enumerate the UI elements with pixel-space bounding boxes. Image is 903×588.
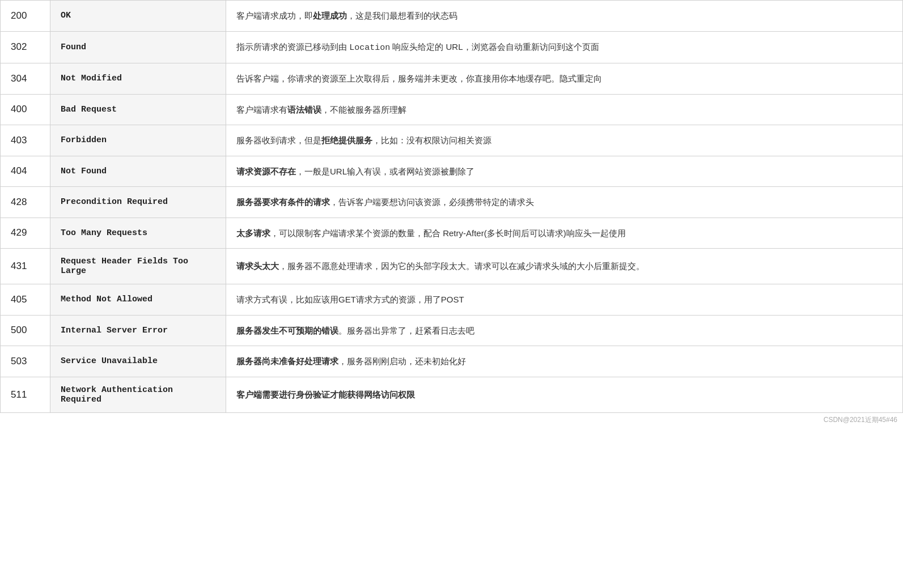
status-code: 431 bbox=[1, 249, 50, 284]
desc-bold: 服务器要求有条件的请求 bbox=[236, 197, 330, 207]
status-name: Not Modified bbox=[50, 63, 226, 95]
http-status-table-container: 200OK客户端请求成功，即处理成功，这是我们最想看到的状态码302Found指… bbox=[0, 0, 903, 588]
status-code: 302 bbox=[1, 31, 50, 63]
status-description: 客户端请求成功，即处理成功，这是我们最想看到的状态码 bbox=[226, 1, 903, 32]
desc-text: 请求方式有误，比如应该用GET请求方式的资源，用了POST bbox=[236, 295, 464, 304]
status-name: Network Authentication Required bbox=[50, 377, 226, 412]
status-code: 404 bbox=[1, 156, 50, 187]
status-code: 500 bbox=[1, 315, 50, 346]
desc-text: ，服务器刚刚启动，还未初始化好 bbox=[338, 356, 466, 366]
watermark: CSDN@2021近期45#46 bbox=[0, 413, 903, 427]
desc-bold: 处理成功 bbox=[313, 11, 347, 20]
status-name: Not Found bbox=[50, 156, 226, 187]
status-description: 请求方式有误，比如应该用GET请求方式的资源，用了POST bbox=[226, 284, 903, 316]
http-status-table: 200OK客户端请求成功，即处理成功，这是我们最想看到的状态码302Found指… bbox=[0, 0, 903, 413]
desc-text: ，可以限制客户端请求某个资源的数量，配合 Retry-After(多长时间后可以… bbox=[270, 228, 626, 238]
status-description: 请求资源不存在，一般是URL输入有误，或者网站资源被删除了 bbox=[226, 156, 903, 187]
desc-text: 。服务器出异常了，赶紧看日志去吧 bbox=[338, 326, 474, 335]
status-description: 客户端需要进行身份验证才能获得网络访问权限 bbox=[226, 377, 903, 412]
desc-bold: 客户端需要进行身份验证才能获得网络访问权限 bbox=[236, 390, 415, 399]
status-code: 304 bbox=[1, 63, 50, 95]
desc-text: ，这是我们最想看到的状态码 bbox=[347, 11, 457, 20]
desc-bold: 服务器发生不可预期的错误 bbox=[236, 326, 338, 335]
status-name: Request Header Fields Too Large bbox=[50, 249, 226, 284]
desc-bold: 请求头太大 bbox=[236, 261, 279, 271]
desc-text: 指示所请求的资源已移动到由 bbox=[236, 42, 349, 52]
desc-text: ，比如：没有权限访问相关资源 bbox=[372, 135, 491, 145]
status-code: 503 bbox=[1, 346, 50, 377]
desc-bold: 语法错误 bbox=[287, 105, 321, 114]
desc-bold: 服务器尚未准备好处理请求 bbox=[236, 356, 338, 366]
status-name: Forbidden bbox=[50, 125, 226, 156]
status-name: Bad Request bbox=[50, 94, 226, 125]
desc-bold: 请求资源不存在 bbox=[236, 167, 296, 176]
status-code: 400 bbox=[1, 94, 50, 125]
desc-text: 客户端请求成功，即 bbox=[236, 11, 313, 20]
desc-text: 服务器收到请求，但是 bbox=[236, 135, 321, 145]
status-name: Method Not Allowed bbox=[50, 284, 226, 316]
status-description: 服务器收到请求，但是拒绝提供服务，比如：没有权限访问相关资源 bbox=[226, 125, 903, 156]
status-code: 429 bbox=[1, 218, 50, 249]
desc-text: 客户端请求有 bbox=[236, 105, 287, 114]
status-name: Internal Server Error bbox=[50, 315, 226, 346]
desc-text: ，服务器不愿意处理请求，因为它的头部字段太大。请求可以在减少请求头域的大小后重新… bbox=[279, 261, 645, 271]
status-name: Too Many Requests bbox=[50, 218, 226, 249]
status-description: 服务器尚未准备好处理请求，服务器刚刚启动，还未初始化好 bbox=[226, 346, 903, 377]
desc-text: ，告诉客户端要想访问该资源，必须携带特定的请求头 bbox=[330, 197, 534, 207]
status-code: 200 bbox=[1, 1, 50, 32]
status-name: OK bbox=[50, 1, 226, 32]
status-description: 客户端请求有语法错误，不能被服务器所理解 bbox=[226, 94, 903, 125]
status-description: 告诉客户端，你请求的资源至上次取得后，服务端并未更改，你直接用你本地缓存吧。隐式… bbox=[226, 63, 903, 95]
desc-bold: 太多请求 bbox=[236, 228, 270, 238]
status-description: 请求头太大，服务器不愿意处理请求，因为它的头部字段太大。请求可以在减少请求头域的… bbox=[226, 249, 903, 284]
desc-text: ，一般是URL输入有误，或者网站资源被删除了 bbox=[296, 167, 474, 176]
desc-bold: 拒绝提供服务 bbox=[321, 135, 372, 145]
desc-text: ，不能被服务器所理解 bbox=[321, 105, 406, 114]
status-description: 服务器要求有条件的请求，告诉客户端要想访问该资源，必须携带特定的请求头 bbox=[226, 187, 903, 218]
status-name: Found bbox=[50, 31, 226, 63]
status-code: 511 bbox=[1, 377, 50, 412]
status-description: 服务器发生不可预期的错误。服务器出异常了，赶紧看日志去吧 bbox=[226, 315, 903, 346]
desc-text: 告诉客户端，你请求的资源至上次取得后，服务端并未更改，你直接用你本地缓存吧。隐式… bbox=[236, 74, 602, 83]
status-code: 428 bbox=[1, 187, 50, 218]
status-description: 太多请求，可以限制客户端请求某个资源的数量，配合 Retry-After(多长时… bbox=[226, 218, 903, 249]
desc-text: 响应头给定的 URL，浏览器会自动重新访问到这个页面 bbox=[390, 42, 599, 52]
status-description: 指示所请求的资源已移动到由 Location 响应头给定的 URL，浏览器会自动… bbox=[226, 31, 903, 63]
status-code: 403 bbox=[1, 125, 50, 156]
status-code: 405 bbox=[1, 284, 50, 316]
desc-code: Location bbox=[349, 43, 390, 53]
status-name: Service Unavailable bbox=[50, 346, 226, 377]
status-name: Precondition Required bbox=[50, 187, 226, 218]
